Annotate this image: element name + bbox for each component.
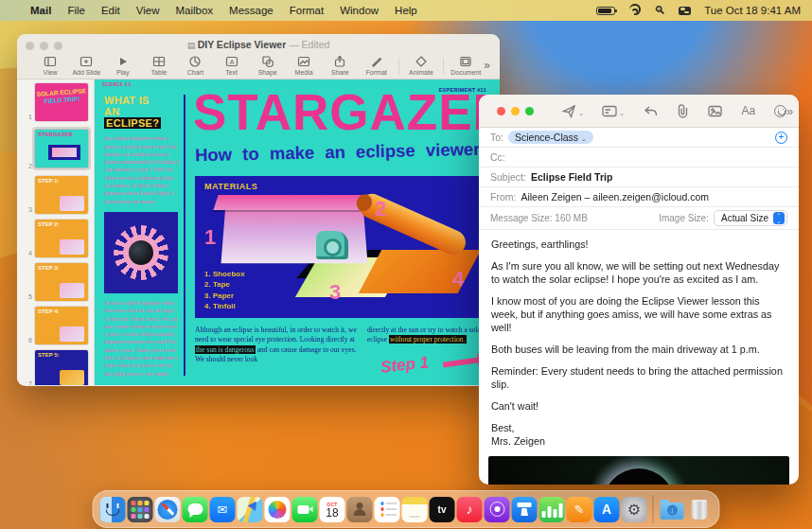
image-size-select[interactable]: Actual Size ⌃⌄ bbox=[714, 210, 787, 226]
toolbar-separator bbox=[398, 58, 399, 75]
toolbar-text-button[interactable]: A Text bbox=[213, 55, 249, 76]
dock-contacts-icon[interactable] bbox=[347, 497, 373, 522]
dock-podcasts-icon[interactable] bbox=[485, 497, 510, 522]
toolbar-add-slide-button[interactable]: Add Slide bbox=[68, 55, 104, 76]
dock-keynote-icon[interactable] bbox=[512, 497, 538, 522]
dock-finder-icon[interactable] bbox=[100, 497, 126, 522]
toolbar-animate-button[interactable]: Animate bbox=[403, 55, 439, 76]
dock-numbers-icon[interactable] bbox=[539, 497, 565, 522]
menu-app-name[interactable]: Mail bbox=[30, 5, 51, 16]
mail-toolbar[interactable]: ⌄ ⌄ Aa » bbox=[479, 95, 799, 128]
message-body[interactable]: Greetings, earthlings! As I'm sure you a… bbox=[479, 230, 799, 448]
toolbar-play-button[interactable]: Play bbox=[105, 55, 141, 76]
slide-thumbnail-2-selected[interactable]: 2 STARGAZER bbox=[23, 127, 94, 170]
marker-3: 3 bbox=[329, 280, 341, 305]
slide-thumbnail-5[interactable]: 5 STEP 3: bbox=[23, 263, 94, 301]
slide-thumbnail-3[interactable]: 3 STEP 1: bbox=[23, 176, 94, 214]
toolbar-format-button[interactable]: Format bbox=[359, 55, 395, 76]
toolbar-separator bbox=[443, 58, 444, 75]
photo-browser-icon[interactable] bbox=[708, 100, 722, 121]
stepper-chevrons-icon[interactable]: ⌃⌄ bbox=[773, 212, 785, 224]
highlight-sun-dangerous: the sun is dangerous bbox=[195, 345, 256, 354]
dock-tv-icon[interactable]: tv bbox=[430, 497, 455, 522]
dock-launchpad-icon[interactable] bbox=[128, 497, 153, 522]
dock-maps-icon[interactable] bbox=[238, 497, 263, 522]
caution-text: Although an eclipse is beautiful, in ord… bbox=[195, 326, 500, 365]
cc-field-row[interactable]: Cc: bbox=[479, 148, 799, 168]
send-options-chevron-icon[interactable]: ⌄ bbox=[578, 109, 585, 117]
dock-pages-icon[interactable]: ✎ bbox=[567, 497, 592, 522]
tinfoil-roll-illustration bbox=[356, 190, 469, 259]
spotlight-search-icon[interactable]: 🔍︎ bbox=[654, 4, 665, 17]
from-value[interactable]: Aileen Zeigen – aileen.zeigen@icloud.com bbox=[521, 191, 709, 203]
minimize-button[interactable] bbox=[511, 107, 520, 115]
keynote-titlebar[interactable]: ▤ DIY Eclipse Viewer — Edited View Add S… bbox=[17, 34, 500, 79]
menu-bar: Mail File Edit View Mailbox Message Form… bbox=[0, 0, 812, 21]
send-icon[interactable] bbox=[562, 100, 576, 121]
reply-icon[interactable] bbox=[644, 100, 658, 121]
sun-illustration bbox=[104, 212, 178, 293]
header-fields-icon[interactable] bbox=[602, 100, 617, 121]
eclipse-photo-attachment[interactable] bbox=[488, 456, 789, 485]
from-label: From: bbox=[490, 191, 516, 203]
dock-reminders-icon[interactable] bbox=[375, 497, 400, 522]
body-paragraph: Reminder: Every student needs to bring t… bbox=[491, 364, 786, 391]
to-label: To: bbox=[490, 132, 503, 143]
add-recipient-button[interactable]: + bbox=[775, 132, 787, 144]
slide-thumbnail-1[interactable]: 1 SOLAR ECLIPSEFIELD TRIP! bbox=[23, 83, 94, 121]
dock-facetime-icon[interactable] bbox=[292, 497, 318, 522]
control-center-icon[interactable] bbox=[679, 7, 691, 15]
token-chevron-icon[interactable]: ⌄ bbox=[581, 135, 587, 142]
toolbar-document-button[interactable]: Document bbox=[448, 55, 484, 76]
to-field-row[interactable]: To: Science-Class ⌄ + bbox=[479, 128, 799, 148]
menu-view[interactable]: View bbox=[136, 5, 160, 16]
dock-separator bbox=[653, 495, 654, 523]
slide-thumbnail-7[interactable]: 7 STEP 5: bbox=[23, 350, 94, 385]
menu-window[interactable]: Window bbox=[340, 5, 379, 16]
dock-mail-icon[interactable]: ✉ bbox=[210, 497, 236, 522]
desktop: Mail File Edit View Mailbox Message Form… bbox=[0, 0, 812, 529]
dock-music-icon[interactable]: ♪ bbox=[457, 497, 483, 522]
toolbar-media-button[interactable]: Media bbox=[286, 55, 322, 76]
dock-calendar-icon[interactable]: OCT 18 bbox=[320, 497, 345, 522]
toolbar-chart-button[interactable]: Chart bbox=[177, 55, 213, 76]
menu-format[interactable]: Format bbox=[290, 5, 324, 16]
slide-canvas[interactable]: SCIENCE 4.2 EXPERIMENT #11 WHAT ISAN ECL… bbox=[95, 79, 500, 385]
subject-value[interactable]: Eclipse Field Trip bbox=[531, 171, 612, 183]
toolbar-table-button[interactable]: Table bbox=[141, 55, 177, 76]
slide-thumbnail-6[interactable]: 6 STEP 4: bbox=[23, 307, 94, 344]
close-button[interactable] bbox=[497, 107, 505, 115]
dock-safari-icon[interactable] bbox=[155, 497, 181, 522]
header-fields-chevron-icon[interactable]: ⌄ bbox=[619, 109, 626, 117]
toolbar-shape-button[interactable]: Shape bbox=[250, 55, 286, 76]
toolbar-view-button[interactable]: View bbox=[32, 55, 68, 76]
toolbar-overflow-icon[interactable]: » bbox=[484, 55, 490, 72]
menu-help[interactable]: Help bbox=[395, 5, 417, 16]
wifi-icon[interactable] bbox=[628, 6, 641, 15]
from-field-row[interactable]: From: Aileen Zeigen – aileen.zeigen@iclo… bbox=[479, 187, 799, 207]
dock-notes-icon[interactable] bbox=[402, 497, 428, 522]
format-aa-icon[interactable]: Aa bbox=[741, 100, 755, 121]
menu-clock[interactable]: Tue Oct 18 9:41 AM bbox=[704, 5, 801, 16]
marker-1: 1 bbox=[204, 225, 216, 250]
dock-messages-icon[interactable] bbox=[183, 497, 208, 522]
emoji-icon[interactable] bbox=[774, 100, 786, 121]
menu-message[interactable]: Message bbox=[229, 5, 274, 16]
dock-downloads-folder-icon[interactable] bbox=[660, 497, 685, 522]
dock-system-settings-icon[interactable]: ⚙ bbox=[622, 497, 647, 522]
battery-icon[interactable] bbox=[596, 7, 615, 15]
subject-field-row[interactable]: Subject: Eclipse Field Trip bbox=[479, 168, 799, 187]
mail-toolbar-overflow-icon[interactable]: » bbox=[786, 104, 793, 118]
dock-appstore-icon[interactable]: A bbox=[594, 497, 620, 522]
dock-photos-icon[interactable] bbox=[265, 497, 291, 522]
dock-trash-icon[interactable] bbox=[687, 497, 713, 522]
menu-file[interactable]: File bbox=[67, 5, 85, 16]
slide-course-tag: SCIENCE 4.2 bbox=[102, 82, 132, 87]
menu-edit[interactable]: Edit bbox=[101, 5, 120, 16]
attach-paperclip-icon[interactable] bbox=[677, 100, 689, 121]
menu-mailbox[interactable]: Mailbox bbox=[175, 5, 213, 16]
slide-thumbnail-4[interactable]: 4 STEP 2: bbox=[23, 220, 94, 257]
zoom-button[interactable] bbox=[525, 107, 534, 115]
to-recipient-token[interactable]: Science-Class ⌄ bbox=[508, 131, 593, 144]
toolbar-share-button[interactable]: Share bbox=[322, 55, 358, 76]
